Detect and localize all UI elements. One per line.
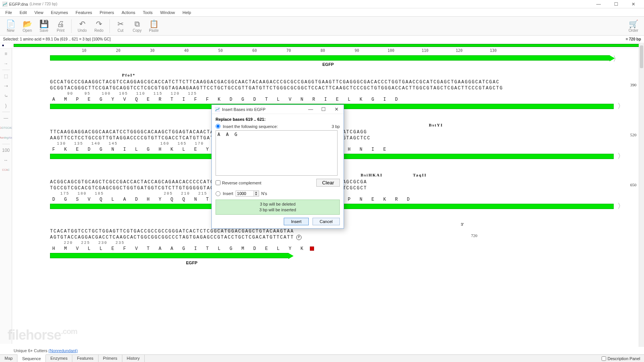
palette-item-6[interactable]: —: [2, 114, 11, 122]
chevron-right-icon: 〉: [613, 54, 620, 63]
chevron-right-icon: 〉: [617, 201, 625, 211]
reverse-complement-checkbox[interactable]: [216, 180, 220, 185]
insert-n-label: Insert: [223, 191, 233, 196]
tab-history[interactable]: History: [122, 355, 145, 362]
vertical-scrollbar[interactable]: [639, 43, 644, 347]
description-panel-checkbox[interactable]: [602, 356, 606, 361]
tab-sequence[interactable]: Sequence: [17, 354, 46, 362]
menu-edit[interactable]: Edit: [17, 9, 30, 16]
palette-item-4[interactable]: ⤿: [2, 92, 11, 100]
scrollbar-thumb[interactable]: [640, 45, 643, 68]
sequence-reverse[interactable]: AGTGTACCAGGACGACCTCAAGCACTGGCGGCGGCCCTAG…: [50, 235, 439, 241]
description-panel-toggle[interactable]: Description Panel: [598, 355, 644, 362]
cutter-filter-label: Unique 6+ Cutters: [14, 348, 47, 353]
dialog-close-button[interactable]: ✕: [332, 106, 341, 112]
block-bp-count: 650: [630, 183, 637, 187]
save-button[interactable]: 💾Save: [36, 19, 52, 33]
enzyme-site-bsihkai[interactable]: BsiHKAI: [361, 173, 383, 177]
palette-item-9[interactable]: 100: [2, 147, 11, 154]
open-button[interactable]: 📂Open: [20, 19, 35, 33]
n-suffix: N's: [261, 191, 267, 196]
cut-icon: ✂: [117, 19, 124, 28]
palette-item-2[interactable]: ⬚: [2, 72, 11, 80]
palette-item-0[interactable]: ≡: [2, 50, 11, 58]
length-indicator: = 720 bp: [626, 37, 641, 41]
insert-n-radio[interactable]: [216, 191, 220, 196]
insert-button[interactable]: Insert: [284, 218, 309, 225]
palette-item-8[interactable]: AsnArgAla: [2, 134, 11, 142]
menu-file[interactable]: File: [2, 9, 15, 16]
overview-cursor: [2, 45, 4, 46]
block-bp-count: 520: [630, 133, 637, 137]
menu-primers[interactable]: Primers: [97, 9, 117, 16]
redo-button[interactable]: ↷Redo: [91, 19, 106, 33]
bottom-tab-bar: MapSequenceEnzymesFeaturesPrimersHistory…: [0, 354, 644, 362]
reverse-complement-label: Reverse complement: [222, 181, 261, 185]
order-button[interactable]: 🛒Order: [626, 19, 641, 33]
sequence-input[interactable]: A A G: [216, 130, 338, 176]
enzyme-site-bstyi[interactable]: BstYI: [429, 123, 443, 127]
window-subtitle: (Linear / 720 bp): [30, 2, 57, 6]
menu-view[interactable]: View: [31, 9, 47, 16]
tab-enzymes[interactable]: Enzymes: [46, 355, 72, 362]
menu-actions[interactable]: Actions: [119, 9, 138, 16]
cancel-button[interactable]: Cancel: [313, 218, 340, 225]
block-bp-count: 390: [630, 83, 637, 87]
dialog-maximize-button[interactable]: ☐: [319, 106, 328, 112]
print-button[interactable]: 🖨Print: [53, 19, 68, 33]
tab-features[interactable]: Features: [72, 355, 98, 362]
paste-icon: 📋: [149, 19, 159, 28]
spinner-buttons[interactable]: ▲▼: [253, 191, 259, 196]
palette-item-11[interactable]: CCAC: [2, 166, 11, 174]
window-title: EGFP.dna: [9, 2, 28, 6]
minimize-button[interactable]: —: [593, 2, 604, 7]
insert-sequence-radio[interactable]: [216, 124, 220, 129]
n-count-spinner[interactable]: ▲▼: [236, 190, 259, 197]
n-count-input[interactable]: [236, 191, 253, 196]
copy-button[interactable]: ⧉Copy: [130, 19, 145, 33]
tab-primers[interactable]: Primers: [98, 355, 122, 362]
palette-item-10[interactable]: ↔: [2, 156, 11, 164]
palette-item-3[interactable]: ⇢: [2, 82, 11, 90]
undo-button[interactable]: ↶Undo: [75, 19, 90, 33]
feature-arrow-egfp-top[interactable]: [50, 55, 610, 61]
phosphate-icon: P: [296, 235, 302, 240]
print-icon: 🖨: [57, 19, 64, 28]
sequence-forward[interactable]: GCCATGCCCGAAGGCTACGTCCAGGAGCGCACCATCTTCT…: [50, 80, 614, 86]
feature-arrow-inline-end[interactable]: [50, 253, 289, 258]
menu-window[interactable]: Window: [157, 9, 178, 16]
enzyme-site-pfoi[interactable]: PfoI*: [122, 73, 136, 77]
sequence-forward[interactable]: TCACATGGTCCTGCTGGAGTTCGTGACCGCCGCCGGGATC…: [50, 229, 439, 235]
sequence-reverse[interactable]: GCGGTACGGGCTTCCGATGCAGGTCCTCGCGTGGTAGAAG…: [50, 86, 614, 92]
new-icon: 📄: [6, 19, 16, 28]
feature-label-egfp-top: EGFP: [12, 62, 644, 67]
palette-item-7[interactable]: ACGTGGTGCACATAG: [2, 124, 11, 132]
reverse-complement-toggle[interactable]: Reverse complement: [216, 180, 261, 185]
chevron-right-icon: 〉: [617, 101, 625, 111]
sequence-overview[interactable]: [0, 43, 644, 48]
paste-button[interactable]: 📋Paste: [146, 19, 161, 33]
redo-icon: ↷: [96, 19, 102, 28]
close-button[interactable]: ✕: [628, 2, 639, 7]
dialog-title-bar[interactable]: Insert Bases into EGFP — ☐ ✕: [212, 105, 344, 114]
clear-button[interactable]: Clear: [316, 179, 340, 187]
tab-map[interactable]: Map: [0, 355, 17, 362]
palette-item-1[interactable]: →: [2, 60, 11, 67]
maximize-button[interactable]: ☐: [611, 2, 621, 7]
nonredundant-link[interactable]: (Nonredundant): [48, 348, 78, 353]
stop-codon-icon: [310, 247, 314, 251]
menu-tools[interactable]: Tools: [140, 9, 156, 16]
menu-enzymes[interactable]: Enzymes: [48, 9, 71, 16]
enzyme-site-taqii[interactable]: TaqII: [413, 173, 427, 177]
menu-features[interactable]: Features: [73, 9, 95, 16]
position-ruler: 220225230235: [50, 241, 439, 246]
chevron-right-icon: 〉: [617, 151, 625, 161]
palette-item-5[interactable]: ): [2, 102, 11, 109]
open-icon: 📂: [23, 19, 32, 28]
menu-help[interactable]: Help: [180, 9, 194, 16]
order-icon: 🛒: [629, 19, 638, 28]
new-button[interactable]: 📄New: [3, 19, 18, 33]
toolbar-separator: [109, 19, 110, 33]
dialog-minimize-button[interactable]: —: [306, 106, 315, 112]
cut-button[interactable]: ✂Cut: [113, 19, 128, 33]
